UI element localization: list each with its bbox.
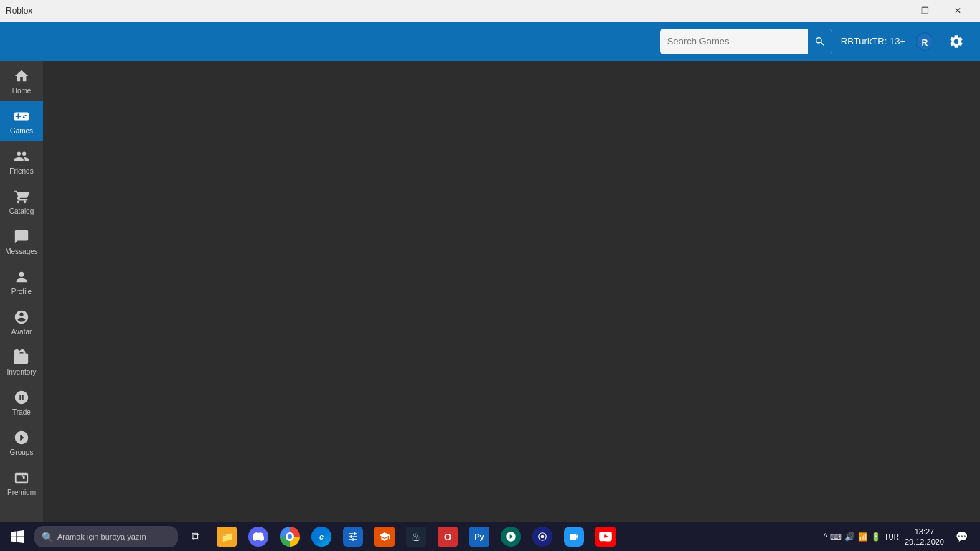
office-icon: O	[438, 527, 458, 547]
youtube-icon	[595, 527, 616, 547]
task-view-button[interactable]: ⧉	[181, 522, 209, 551]
edge-button[interactable]: e	[307, 522, 336, 551]
keyboard-icon: ⌨	[830, 532, 842, 542]
sidebar-label-messages: Messages	[5, 248, 38, 256]
app1-icon	[343, 527, 363, 547]
messages-icon	[14, 229, 29, 245]
svg-point-2	[541, 535, 545, 539]
youtube-button[interactable]	[591, 522, 620, 551]
tray-icons: ^ ⌨ 🔊 📶 🔋 TUR	[824, 532, 899, 542]
clock[interactable]: 13:27 29.12.2020	[905, 527, 944, 547]
notification-button[interactable]: 💬	[950, 525, 973, 548]
sidebar-label-catalog: Catalog	[9, 207, 34, 216]
notification-icon: 💬	[956, 531, 968, 542]
app2-button[interactable]	[370, 522, 399, 551]
avatar-icon	[14, 309, 29, 325]
svg-text:R: R	[922, 37, 928, 47]
friends-icon	[14, 149, 29, 164]
sidebar-label-friends: Friends	[9, 167, 33, 176]
search-input[interactable]	[660, 36, 808, 47]
sidebar-label-groups: Groups	[10, 448, 34, 457]
close-button[interactable]: ✕	[941, 0, 974, 22]
search-bar[interactable]	[660, 29, 832, 54]
language-indicator[interactable]: TUR	[884, 533, 899, 541]
user-badge: RBTurkTR: 13+	[841, 36, 905, 47]
chrome-button[interactable]	[275, 522, 304, 551]
sidebar-item-catalog[interactable]: Catalog	[0, 182, 43, 222]
app4-icon	[532, 527, 552, 547]
zoom-button[interactable]	[560, 522, 588, 551]
sidebar-item-avatar[interactable]: Avatar	[0, 302, 43, 342]
sidebar: Home Games Friends Catalog Messages	[0, 61, 43, 522]
python-button[interactable]: Py	[465, 522, 494, 551]
app3-icon	[501, 527, 521, 547]
office-button[interactable]: O	[433, 522, 462, 551]
sidebar-item-premium[interactable]: Premium	[0, 463, 43, 503]
sidebar-item-messages[interactable]: Messages	[0, 222, 43, 262]
profile-icon	[14, 269, 29, 285]
premium-icon	[14, 470, 29, 486]
restore-button[interactable]: ❐	[908, 0, 941, 22]
home-icon	[14, 68, 29, 84]
steam-button[interactable]: ♨	[402, 522, 430, 551]
volume-icon[interactable]: 🔊	[844, 532, 855, 542]
app: RBTurkTR: 13+ R Home Games	[0, 22, 980, 522]
python-icon: Py	[469, 527, 489, 547]
sidebar-item-trade[interactable]: Trade	[0, 382, 43, 423]
task-view-icon: ⧉	[192, 530, 199, 543]
header: RBTurkTR: 13+ R	[0, 22, 980, 61]
window-controls: — ❐ ✕	[875, 0, 974, 22]
taskbar-right: ^ ⌨ 🔊 📶 🔋 TUR 13:27 29.12.2020 💬	[824, 525, 977, 548]
sidebar-label-inventory: Inventory	[6, 368, 36, 377]
edge-icon: e	[311, 527, 331, 547]
windows-icon	[11, 530, 24, 543]
search-icon	[814, 36, 826, 47]
search-button[interactable]	[808, 29, 832, 54]
sidebar-item-inventory[interactable]: Inventory	[0, 342, 43, 382]
file-explorer-button[interactable]: 📁	[212, 522, 241, 551]
sidebar-item-friends[interactable]: Friends	[0, 141, 43, 182]
taskbar: 🔍 Aramak için buraya yazın ⧉ 📁 e	[0, 522, 980, 551]
taskbar-search-text: Aramak için buraya yazın	[57, 532, 146, 541]
show-hidden-tray-button[interactable]: ^	[824, 532, 828, 542]
catalog-icon	[14, 189, 29, 204]
sidebar-item-home[interactable]: Home	[0, 61, 43, 101]
main-content	[43, 61, 980, 522]
user-label: RBTurkTR: 13+	[841, 36, 905, 47]
content-area: Home Games Friends Catalog Messages	[0, 61, 980, 522]
chrome-icon	[280, 527, 300, 547]
app4-button[interactable]	[528, 522, 557, 551]
sidebar-label-trade: Trade	[12, 408, 31, 417]
minimize-button[interactable]: —	[875, 0, 908, 22]
discord-icon	[248, 527, 268, 547]
sidebar-item-groups[interactable]: Groups	[0, 423, 43, 463]
inventory-icon	[14, 349, 29, 365]
app1-button[interactable]	[339, 522, 367, 551]
sidebar-item-profile[interactable]: Profile	[0, 262, 43, 302]
trade-icon	[14, 390, 29, 405]
settings-icon	[948, 34, 964, 50]
sidebar-label-avatar: Avatar	[11, 328, 32, 336]
clock-date: 29.12.2020	[905, 537, 944, 547]
sidebar-label-premium: Premium	[7, 489, 36, 497]
clock-time: 13:27	[915, 527, 935, 537]
taskbar-search-icon: 🔍	[42, 532, 53, 542]
sidebar-label-profile: Profile	[11, 288, 32, 296]
window-title: Roblox	[6, 6, 875, 16]
premium-hex-icon: R	[914, 30, 936, 53]
title-bar: Roblox — ❐ ✕	[0, 0, 980, 22]
settings-button[interactable]	[944, 29, 969, 54]
discord-button[interactable]	[244, 522, 273, 551]
app3-button[interactable]	[496, 522, 525, 551]
battery-icon: 🔋	[871, 532, 881, 542]
sidebar-item-games[interactable]: Games	[0, 101, 43, 141]
steam-icon: ♨	[406, 527, 426, 547]
start-button[interactable]	[3, 522, 32, 551]
taskbar-search[interactable]: 🔍 Aramak için buraya yazın	[34, 526, 178, 547]
robux-icon[interactable]: R	[914, 31, 936, 52]
games-icon	[14, 108, 29, 124]
sidebar-label-games: Games	[10, 127, 33, 136]
network-icon[interactable]: 📶	[858, 532, 868, 542]
file-explorer-icon: 📁	[217, 527, 237, 547]
zoom-icon	[564, 527, 584, 547]
